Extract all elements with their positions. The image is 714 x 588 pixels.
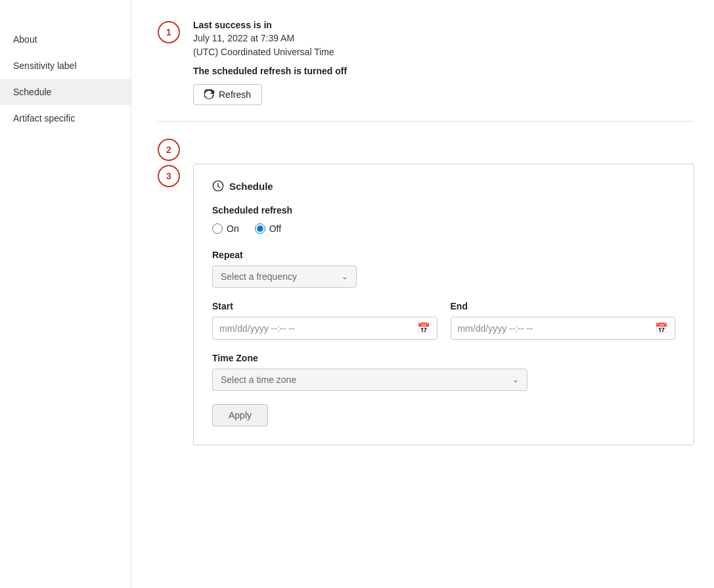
- end-label: End: [451, 301, 676, 311]
- timezone-placeholder: Select a time zone: [221, 374, 296, 385]
- refresh-status-text: The scheduled refresh is turned off: [193, 66, 694, 76]
- radio-on-option[interactable]: On: [212, 223, 239, 234]
- end-placeholder: mm/dd/yyyy --:-- --: [458, 323, 656, 334]
- sidebar-item-sensitivity-label[interactable]: Sensitivity label: [0, 53, 131, 79]
- main-content: 1 Last success is in July 11, 2022 at 7:…: [131, 0, 714, 588]
- apply-button[interactable]: Apply: [212, 404, 268, 426]
- radio-off-option[interactable]: Off: [255, 223, 281, 234]
- calendar-icon-end[interactable]: 📅: [655, 322, 668, 334]
- last-success-title: Last success is in: [193, 20, 694, 30]
- divider1: [158, 121, 694, 122]
- step1-row: 1 Last success is in July 11, 2022 at 7:…: [158, 20, 694, 105]
- end-field: End mm/dd/yyyy --:-- -- 📅: [451, 301, 676, 340]
- repeat-label: Repeat: [212, 250, 675, 260]
- step1-indicator: 1: [158, 21, 180, 43]
- start-label: Start: [212, 301, 437, 311]
- timezone-group: Time Zone Select a time zone ⌄: [212, 353, 675, 391]
- frequency-dropdown[interactable]: Select a frequency ⌄: [212, 265, 357, 288]
- scheduled-refresh-group: Scheduled refresh On Off: [212, 205, 675, 234]
- date-row: Start mm/dd/yyyy --:-- -- 📅 End mm/dd/yy…: [212, 301, 675, 340]
- start-placeholder: mm/dd/yyyy --:-- --: [219, 323, 417, 334]
- calendar-icon-start[interactable]: 📅: [417, 322, 430, 334]
- step2-indicator: 2: [158, 139, 180, 161]
- radio-on-input[interactable]: [212, 223, 223, 234]
- timezone-dropdown[interactable]: Select a time zone ⌄: [212, 369, 527, 391]
- scheduled-refresh-label: Scheduled refresh: [212, 205, 675, 215]
- clock-icon: [212, 180, 224, 192]
- start-input-wrapper[interactable]: mm/dd/yyyy --:-- -- 📅: [212, 317, 437, 340]
- refresh-icon: [204, 89, 215, 100]
- sidebar: About Sensitivity label Schedule Artifac…: [0, 0, 131, 588]
- chevron-down-icon-tz: ⌄: [512, 375, 519, 384]
- radio-group: On Off: [212, 223, 675, 234]
- chevron-down-icon: ⌄: [342, 272, 348, 281]
- step3-indicator: 3: [158, 165, 180, 187]
- radio-on-label: On: [227, 223, 239, 234]
- refresh-button[interactable]: Refresh: [193, 84, 262, 105]
- frequency-placeholder: Select a frequency: [221, 271, 297, 282]
- step3-content: Schedule Scheduled refresh On Off: [193, 164, 694, 445]
- sidebar-item-about[interactable]: About: [0, 26, 131, 53]
- last-success-tz: (UTC) Coordinated Universal Time: [193, 45, 694, 59]
- sidebar-item-schedule[interactable]: Schedule: [0, 79, 131, 105]
- repeat-group: Repeat Select a frequency ⌄: [212, 250, 675, 288]
- last-success-date: July 11, 2022 at 7:39 AM: [193, 32, 694, 45]
- refresh-button-label: Refresh: [219, 89, 251, 100]
- schedule-title-label: Schedule: [229, 181, 273, 192]
- step2-row: 2: [158, 137, 694, 161]
- timezone-label: Time Zone: [212, 353, 675, 363]
- schedule-card: Schedule Scheduled refresh On Off: [193, 164, 694, 445]
- radio-off-label: Off: [269, 223, 281, 234]
- start-field: Start mm/dd/yyyy --:-- -- 📅: [212, 301, 437, 340]
- end-input-wrapper[interactable]: mm/dd/yyyy --:-- -- 📅: [451, 317, 676, 340]
- radio-off-input[interactable]: [255, 223, 265, 234]
- step1-content: Last success is in July 11, 2022 at 7:39…: [193, 20, 694, 105]
- sidebar-item-artifact-specific[interactable]: Artifact specific: [0, 105, 131, 131]
- schedule-card-title: Schedule: [212, 180, 675, 192]
- step3-row: 3 Schedule Scheduled refresh: [158, 164, 694, 445]
